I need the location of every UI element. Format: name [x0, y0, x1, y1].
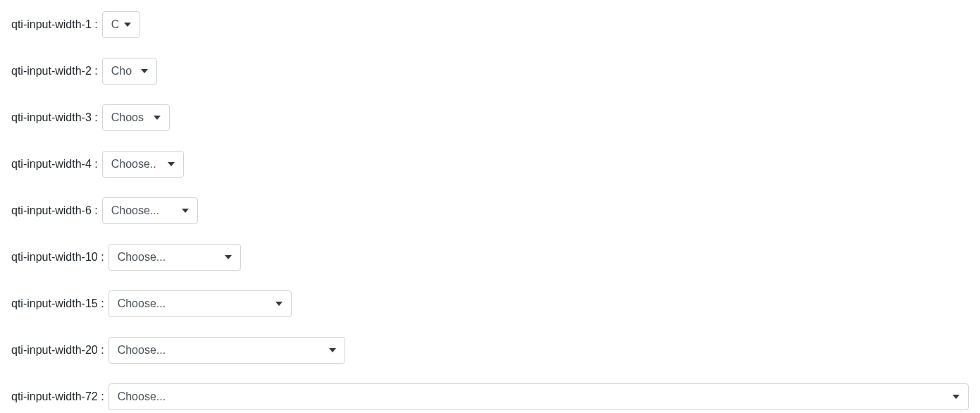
chevron-down-icon: [953, 395, 960, 399]
form-row: qti-input-width-6 :Choose...: [11, 197, 969, 224]
chevron-down-icon: [154, 116, 161, 120]
chevron-down-icon: [329, 348, 336, 352]
chevron-down-icon: [141, 69, 148, 73]
chevron-down-icon: [182, 209, 189, 213]
dropdown-text: Choos: [111, 111, 148, 124]
field-label: qti-input-width-2 :: [11, 65, 98, 78]
field-label: qti-input-width-72 :: [11, 390, 104, 403]
field-label: qti-input-width-6 :: [11, 204, 98, 217]
field-label: qti-input-width-1 :: [11, 18, 98, 31]
dropdown-width-20[interactable]: Choose...: [108, 337, 345, 364]
dropdown-width-6[interactable]: Choose...: [102, 197, 198, 224]
form-row: qti-input-width-3 :Choos: [11, 104, 969, 131]
form-row: qti-input-width-72 :Choose...: [11, 383, 969, 410]
field-label: qti-input-width-10 :: [11, 251, 104, 264]
form-row: qti-input-width-1 :C: [11, 11, 969, 38]
chevron-down-icon: [124, 23, 131, 27]
field-label: qti-input-width-20 :: [11, 344, 104, 357]
dropdown-text: Choose...: [118, 390, 947, 403]
form-row: qti-input-width-20 :Choose...: [11, 337, 969, 364]
dropdown-width-2[interactable]: Cho: [102, 58, 157, 85]
dropdown-text: Choose...: [118, 344, 323, 357]
dropdown-width-4[interactable]: Choose..: [102, 151, 184, 178]
dropdown-text: Choose...: [118, 297, 270, 310]
field-label: qti-input-width-3 :: [11, 111, 98, 124]
dropdown-width-10[interactable]: Choose...: [108, 244, 241, 271]
dropdown-text: Choose...: [118, 251, 219, 264]
dropdown-width-72[interactable]: Choose...: [108, 383, 969, 410]
form-row: qti-input-width-2 :Cho: [11, 58, 969, 85]
dropdown-text: Choose...: [111, 204, 176, 217]
chevron-down-icon: [225, 255, 232, 259]
dropdown-width-15[interactable]: Choose...: [108, 290, 292, 317]
dropdown-text: C: [111, 18, 118, 31]
field-label: qti-input-width-15 :: [11, 297, 104, 310]
chevron-down-icon: [168, 162, 175, 166]
chevron-down-icon: [275, 302, 283, 306]
dropdown-text: Cho: [111, 65, 135, 78]
dropdown-width-1[interactable]: C: [102, 11, 140, 38]
form-row: qti-input-width-15 :Choose...: [11, 290, 969, 317]
dropdown-text: Choose..: [111, 158, 162, 171]
form-container: qti-input-width-1 :Cqti-input-width-2 :C…: [11, 11, 969, 410]
form-row: qti-input-width-10 :Choose...: [11, 244, 969, 271]
field-label: qti-input-width-4 :: [11, 158, 98, 171]
dropdown-width-3[interactable]: Choos: [102, 104, 170, 131]
form-row: qti-input-width-4 :Choose..: [11, 151, 969, 178]
